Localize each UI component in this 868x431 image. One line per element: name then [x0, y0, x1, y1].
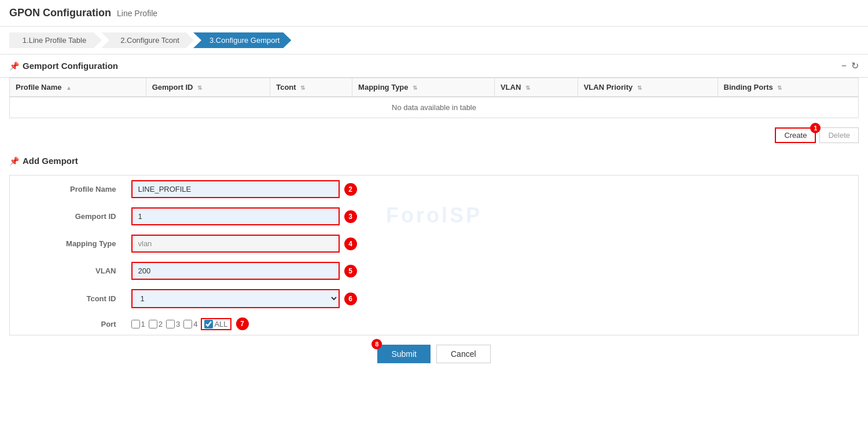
gemport-id-badge: 3 — [344, 210, 357, 223]
col-binding-ports: Binding Ports ⇅ — [718, 78, 858, 97]
tcont-id-select[interactable]: 1 2 3 4 — [131, 289, 340, 308]
sort-icon-binding-ports[interactable]: ⇅ — [777, 85, 782, 91]
page-subtitle: Line Profile — [117, 9, 157, 18]
col-gemport-id: Gemport ID ⇅ — [146, 78, 270, 97]
tcont-id-field-wrap: 1 2 3 4 6 — [131, 289, 853, 308]
table-header-row: Profile Name ▲ Gemport ID ⇅ Tcont ⇅ Mapp… — [10, 78, 859, 97]
form-row-mapping-type: Mapping Type 4 — [10, 230, 859, 257]
delete-button[interactable]: Delete — [819, 127, 859, 143]
form-row-profile-name: Profile Name 2 — [10, 176, 859, 203]
create-button[interactable]: 1 Create — [775, 127, 816, 143]
mapping-type-badge: 4 — [344, 238, 357, 250]
col-profile-name: Profile Name ▲ — [10, 78, 146, 97]
no-data-row: No data available in table — [10, 97, 859, 118]
gemport-id-label: Gemport ID — [10, 203, 126, 230]
port-3-label[interactable]: 3 — [166, 320, 180, 328]
sort-icon-tcont[interactable]: ⇅ — [300, 85, 305, 91]
profile-name-label: Profile Name — [10, 176, 126, 203]
col-vlan: VLAN ⇅ — [494, 78, 578, 97]
vlan-label: VLAN — [10, 257, 126, 284]
col-vlan-priority: VLAN Priority ⇅ — [578, 78, 718, 97]
minimize-button[interactable]: − — [841, 60, 847, 71]
port-field-wrap: 1 2 3 4 — [131, 317, 853, 330]
port-3-checkbox[interactable] — [166, 320, 175, 328]
port-label: Port — [10, 313, 126, 335]
tcont-id-badge: 6 — [344, 293, 357, 305]
vlan-field-wrap: 5 — [131, 262, 853, 280]
profile-name-badge: 2 — [344, 183, 357, 196]
port-2-checkbox[interactable] — [149, 320, 157, 328]
gemport-table: Profile Name ▲ Gemport ID ⇅ Tcont ⇅ Mapp… — [9, 78, 859, 118]
mapping-type-label: Mapping Type — [10, 230, 126, 257]
col-mapping-type: Mapping Type ⇅ — [352, 78, 495, 97]
port-1-checkbox[interactable] — [131, 320, 140, 328]
step-line-profile-table[interactable]: 1.Line Profile Table — [9, 32, 102, 48]
refresh-button[interactable]: ↻ — [851, 60, 859, 71]
gemport-config-title: 📌 Gemport Configuration — [9, 61, 118, 71]
gemport-id-field-wrap: 3 — [131, 207, 853, 225]
submit-badge: 8 — [372, 339, 382, 349]
table-actions: 1 Create Delete — [0, 124, 868, 147]
gemport-config-section: 📌 Gemport Configuration − ↻ — [0, 54, 868, 78]
profile-name-field-wrap: 2 — [131, 180, 853, 198]
sort-icon-mapping-type[interactable]: ⇅ — [413, 85, 417, 91]
page-title: GPON Configuration — [9, 7, 111, 19]
tcont-id-label: Tcont ID — [10, 284, 126, 313]
section-icons: − ↻ — [841, 60, 859, 71]
port-badge: 7 — [236, 317, 249, 330]
sort-icon-vlan-priority[interactable]: ⇅ — [637, 85, 642, 91]
page-header: GPON Configuration Line Profile — [0, 0, 868, 27]
add-gemport-form: Profile Name 2 Gemport ID 3 — [9, 175, 859, 335]
profile-name-input[interactable] — [131, 180, 340, 198]
step-configure-gemport[interactable]: 3.Configure Gemport — [193, 32, 291, 48]
vlan-input[interactable] — [131, 262, 340, 280]
mapping-type-field-wrap: 4 — [131, 235, 853, 253]
port-group: 1 2 3 4 — [131, 318, 231, 330]
add-gemport-section: 📌 Add Gemport Profile Name 2 Gemport ID — [0, 152, 868, 381]
form-row-gemport-id: Gemport ID 3 — [10, 203, 859, 230]
col-tcont: Tcont ⇅ — [270, 78, 352, 97]
sort-icon-vlan[interactable]: ⇅ — [525, 85, 530, 91]
port-all-checkbox[interactable] — [204, 320, 213, 328]
submit-button[interactable]: 8 Submit — [377, 345, 431, 363]
vlan-badge: 5 — [344, 265, 357, 277]
form-row-port: Port 1 2 — [10, 313, 859, 335]
form-row-vlan: VLAN 5 — [10, 257, 859, 284]
add-pin-icon: 📌 — [9, 156, 19, 166]
pin-icon: 📌 — [9, 61, 19, 71]
sort-icon-gemport-id[interactable]: ⇅ — [197, 85, 202, 91]
port-4-checkbox[interactable] — [183, 320, 192, 328]
form-row-tcont-id: Tcont ID 1 2 3 4 6 — [10, 284, 859, 313]
add-gemport-title: 📌 Add Gemport — [9, 156, 859, 166]
cancel-button[interactable]: Cancel — [436, 345, 491, 363]
mapping-type-input — [131, 235, 340, 253]
steps-bar: 1.Line Profile Table 2.Configure Tcont 3… — [0, 27, 868, 54]
gemport-table-container: Profile Name ▲ Gemport ID ⇅ Tcont ⇅ Mapp… — [0, 78, 868, 118]
port-2-label[interactable]: 2 — [149, 320, 163, 328]
sort-icon-profile-name[interactable]: ▲ — [66, 85, 72, 91]
port-4-label[interactable]: 4 — [183, 320, 197, 328]
gemport-id-input[interactable] — [131, 207, 340, 225]
no-data-message: No data available in table — [10, 97, 859, 118]
step-configure-tcont[interactable]: 2.Configure Tcont — [101, 32, 194, 48]
form-actions: 8 Submit Cancel — [9, 345, 859, 375]
port-1-label[interactable]: 1 — [131, 320, 145, 328]
port-all-label[interactable]: ALL — [201, 318, 231, 330]
